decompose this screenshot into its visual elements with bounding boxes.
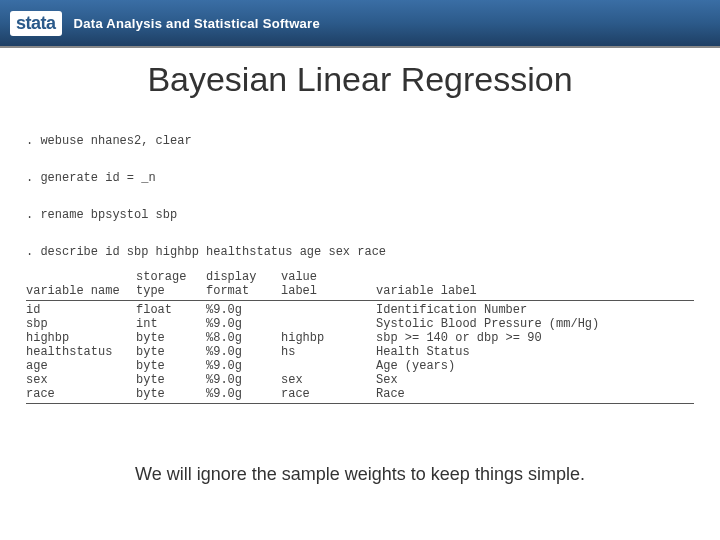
- cell: highbp: [281, 331, 376, 345]
- cell: id: [26, 303, 136, 317]
- cell: age: [26, 359, 136, 373]
- cell: int: [136, 317, 206, 331]
- cell: race: [281, 387, 376, 401]
- cell: byte: [136, 331, 206, 345]
- rule-line: [26, 403, 694, 404]
- cell: [281, 303, 376, 317]
- cell: sex: [26, 373, 136, 387]
- header-row-1: storage display value: [26, 270, 694, 284]
- cell: %9.0g: [206, 387, 281, 401]
- cell: %9.0g: [206, 359, 281, 373]
- cmd-line: . rename bpsystol sbp: [26, 208, 177, 222]
- logo-text: stata: [16, 13, 56, 34]
- table-row: sbpint%9.0gSystolic Blood Pressure (mm/H…: [26, 317, 694, 331]
- cell: Age (years): [376, 359, 694, 373]
- table-row: agebyte%9.0gAge (years): [26, 359, 694, 373]
- cmd-line: . describe id sbp highbp healthstatus ag…: [26, 245, 386, 259]
- cell: sbp: [26, 317, 136, 331]
- cell: sex: [281, 373, 376, 387]
- cell: %9.0g: [206, 303, 281, 317]
- cell: Race: [376, 387, 694, 401]
- col-label: label: [281, 284, 376, 298]
- cell: %8.0g: [206, 331, 281, 345]
- cell: byte: [136, 359, 206, 373]
- cmd-line: . generate id = _n: [26, 171, 156, 185]
- stata-logo: stata: [10, 11, 62, 36]
- col-varlabel: variable label: [376, 284, 694, 298]
- describe-body: idfloat%9.0gIdentification Numbersbpint%…: [0, 303, 720, 401]
- col-type: type: [136, 284, 206, 298]
- cell: sbp >= 140 or dbp >= 90: [376, 331, 694, 345]
- tagline: Data Analysis and Statistical Software: [74, 16, 320, 31]
- cell: Sex: [376, 373, 694, 387]
- col-format: format: [206, 284, 281, 298]
- cell: hs: [281, 345, 376, 359]
- cell: byte: [136, 345, 206, 359]
- cell: byte: [136, 373, 206, 387]
- cell: %9.0g: [206, 317, 281, 331]
- rule-line: [26, 300, 694, 301]
- cell: Identification Number: [376, 303, 694, 317]
- cell: %9.0g: [206, 373, 281, 387]
- command-log: . webuse nhanes2, clear . generate id = …: [0, 113, 720, 262]
- cell: byte: [136, 387, 206, 401]
- col-display: display: [206, 270, 281, 284]
- table-row: healthstatusbyte%9.0ghsHealth Status: [26, 345, 694, 359]
- cell: [281, 317, 376, 331]
- col-value: value: [281, 270, 376, 284]
- cell: healthstatus: [26, 345, 136, 359]
- footer-note: We will ignore the sample weights to kee…: [0, 464, 720, 485]
- cell: highbp: [26, 331, 136, 345]
- describe-output: storage display value variable name type…: [0, 270, 720, 298]
- cell: race: [26, 387, 136, 401]
- cell: %9.0g: [206, 345, 281, 359]
- table-row: sexbyte%9.0gsexSex: [26, 373, 694, 387]
- table-row: idfloat%9.0gIdentification Number: [26, 303, 694, 317]
- table-row: highbpbyte%8.0ghighbpsbp >= 140 or dbp >…: [26, 331, 694, 345]
- cmd-line: . webuse nhanes2, clear: [26, 134, 192, 148]
- table-row: racebyte%9.0graceRace: [26, 387, 694, 401]
- cell: float: [136, 303, 206, 317]
- col-name: variable name: [26, 284, 136, 298]
- slide-title: Bayesian Linear Regression: [0, 60, 720, 99]
- header-row-2: variable name type format label variable…: [26, 284, 694, 298]
- cell: Health Status: [376, 345, 694, 359]
- cell: Systolic Blood Pressure (mm/Hg): [376, 317, 694, 331]
- app-header: stata Data Analysis and Statistical Soft…: [0, 0, 720, 48]
- cell: [281, 359, 376, 373]
- col-storage: storage: [136, 270, 206, 284]
